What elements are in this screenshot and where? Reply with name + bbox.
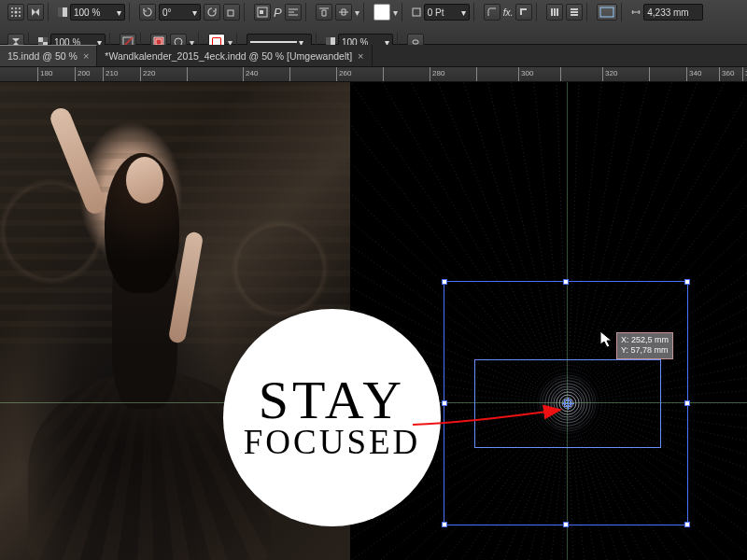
position-tooltip: X: 252,5 mm Y: 57,78 mm [616,332,673,359]
opacity1-group: ▾ [54,3,130,21]
svg-point-1 [15,7,17,9]
refpoint-grid-icon[interactable] [7,4,24,21]
chevron-down-icon[interactable]: ▾ [117,7,121,18]
document-tabs: 15.indd @ 50 % × *Wandkalender_2015_4eck… [0,45,747,67]
text-wrap-icon[interactable] [285,4,302,21]
rotate-field[interactable]: ▾ [159,4,201,21]
close-icon[interactable]: × [83,50,89,62]
rotate-ccw-icon[interactable] [139,4,156,21]
fill-swatch-icon[interactable] [374,4,390,21]
svg-rect-13 [260,10,263,14]
stroke-input[interactable] [428,7,459,18]
opacity1-field[interactable]: ▾ [70,4,125,21]
text-circle-frame[interactable]: STAY FOCUSED [223,309,441,526]
grid-group [543,3,587,21]
handle-icon[interactable] [684,522,690,527]
tooltip-y: Y: 57,78 mm [621,345,669,356]
flip-h-icon[interactable] [27,4,44,21]
rotate-90-icon[interactable] [223,4,240,21]
chevron-down-icon[interactable]: ▾ [192,7,197,18]
handle-icon[interactable] [442,400,447,406]
width-icon [631,7,641,17]
svg-point-5 [19,11,21,13]
frame-icon-group [593,3,622,21]
svg-point-8 [19,15,21,17]
svg-rect-17 [600,7,613,17]
tab-doc1[interactable]: 15.indd @ 50 % × [0,45,97,66]
fx-label[interactable]: fx. [503,7,514,18]
tab-label: *Wandkalender_2015_4eck.indd @ 50 % [Umg… [105,50,352,62]
center-marker-icon[interactable] [564,399,571,407]
ruler-horizontal[interactable]: 180200210220240260280300320340360380 [0,67,747,82]
align-middle-icon[interactable] [335,4,352,21]
dimensions-group [627,3,707,21]
align-group: ▾ [312,3,364,21]
handle-icon[interactable] [684,400,690,406]
chevron-down-icon[interactable]: ▾ [393,7,398,18]
rows-icon[interactable] [566,4,583,21]
tab-label: 15.indd @ 50 % [7,50,78,62]
swatch-group: ▾ [370,3,402,21]
rotate-input[interactable] [162,7,190,18]
frame-bounds-icon[interactable] [597,4,617,21]
svg-point-4 [15,11,18,14]
rotate-group: ▾ [135,3,245,21]
fit-letter: P [274,6,282,20]
svg-point-3 [11,11,13,13]
svg-point-2 [19,7,21,9]
stroke-icon [412,7,421,17]
opacity1-input[interactable] [74,7,115,18]
svg-point-6 [11,15,13,17]
control-panel: ▾ ▾ P ▾ ▾ ▾ fx. [0,0,747,45]
textwrap-group: P [250,3,306,21]
align-top-icon[interactable] [316,4,332,21]
fx-group: fx. [480,3,538,21]
handle-icon[interactable] [442,279,447,285]
stroke-field[interactable]: ▾ [424,4,470,21]
corner-icon[interactable] [484,4,500,21]
width-input[interactable] [647,7,699,18]
close-icon[interactable]: × [358,50,363,62]
refpoint-group [4,3,49,21]
dropshadow-icon[interactable] [515,4,532,21]
svg-point-7 [15,15,17,17]
handle-icon[interactable] [563,279,569,285]
handle-icon[interactable] [563,522,569,527]
width-field[interactable] [643,4,703,21]
circle-line2: FOCUSED [244,425,421,459]
document-canvas[interactable]: STAY FOCUSED X: 252,5 mm Y: 57,78 mm [0,82,747,560]
handle-icon[interactable] [684,279,690,285]
handle-icon[interactable] [442,522,447,527]
tooltip-x: X: 252,5 mm [621,335,669,345]
opacity-icon [58,7,67,17]
columns-icon[interactable] [546,4,563,21]
svg-point-0 [11,7,13,9]
svg-rect-14 [413,8,420,16]
chevron-down-icon[interactable]: ▾ [461,7,466,18]
chevron-down-icon[interactable]: ▾ [355,7,359,18]
picture-icon[interactable] [254,4,271,21]
svg-rect-10 [63,7,67,17]
rotate-cw-icon[interactable] [204,4,220,21]
svg-rect-11 [228,10,233,16]
tab-doc2[interactable]: *Wandkalender_2015_4eck.indd @ 50 % [Umg… [97,45,372,66]
stroke-group: ▾ [408,3,474,21]
circle-line1: STAY [259,376,406,425]
svg-rect-16 [522,10,529,17]
